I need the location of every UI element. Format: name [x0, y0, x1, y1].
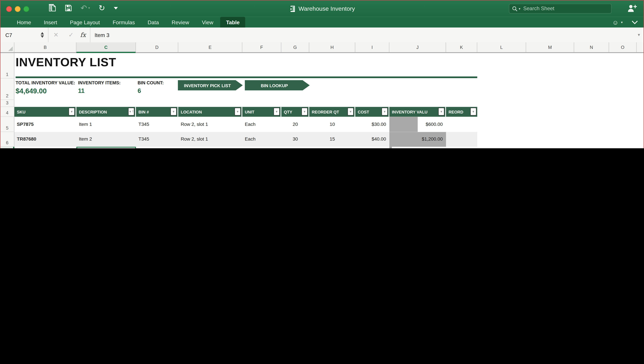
cell-unit[interactable]: Each — [242, 147, 281, 148]
cell-value[interactable]: $600.00 — [390, 117, 446, 132]
toolbar-options-icon[interactable] — [114, 7, 118, 9]
cell-reorder[interactable] — [446, 147, 477, 148]
row-header-3[interactable]: 3 — [0, 100, 14, 107]
ribbon-tab-review[interactable]: Review — [166, 17, 195, 28]
cell-qty[interactable]: 20 — [281, 117, 309, 132]
filter-dropdown-icon[interactable]: ▼ — [302, 108, 308, 116]
table-header-description[interactable]: DESCRIPTION▼↑ — [76, 107, 136, 117]
cell-description[interactable]: Item 2 — [76, 132, 136, 147]
redo-icon[interactable]: ↻ — [98, 4, 105, 12]
filter-dropdown-icon[interactable]: ▼ — [470, 108, 476, 116]
save-icon[interactable] — [65, 5, 72, 12]
column-header-D[interactable]: D — [136, 42, 178, 52]
table-header-reorder-qt[interactable]: REORDER QT▼ — [309, 107, 355, 117]
stat-value[interactable]: 11 — [78, 87, 121, 94]
column-header-H[interactable]: H — [309, 42, 355, 52]
nav-button-bin-lookup[interactable]: BIN LOOKUP — [245, 80, 310, 90]
cell-qty[interactable]: 30 — [281, 132, 309, 147]
name-box-stepper[interactable] — [41, 32, 44, 38]
stat-value[interactable]: $4,649.00 — [16, 87, 75, 95]
table-header-reord[interactable]: REORD▼ — [446, 107, 477, 117]
close-window-button[interactable] — [6, 6, 12, 12]
table-header-qty[interactable]: QTY▼ — [281, 107, 309, 117]
cell-location[interactable]: Row 2, slot 1 — [178, 117, 242, 132]
nav-button-inventory-pick-list[interactable]: INVENTORY PICK LIST — [178, 80, 243, 90]
search-sheet-input[interactable]: ▾ Search Sheet — [509, 4, 612, 14]
cell-bin[interactable]: T345 — [136, 117, 178, 132]
column-header-K[interactable]: K — [446, 42, 477, 52]
column-header-N[interactable]: N — [574, 42, 609, 52]
column-header-F[interactable]: F — [242, 42, 281, 52]
insert-function-icon[interactable]: fx — [80, 31, 86, 39]
accept-entry-icon[interactable]: ✓ — [68, 31, 74, 39]
cell-reorder[interactable] — [446, 117, 477, 132]
stat-label[interactable]: INVENTORY ITEMS: — [78, 80, 121, 85]
ribbon-tab-formulas[interactable]: Formulas — [107, 17, 140, 28]
filter-dropdown-icon[interactable]: ▼ — [438, 108, 444, 116]
minimize-window-button[interactable] — [15, 6, 20, 12]
cell-cost[interactable]: $40.00 — [355, 132, 390, 147]
cell-reorder[interactable] — [446, 132, 477, 147]
filter-dropdown-icon[interactable]: ▼ — [382, 108, 388, 116]
filter-dropdown-icon[interactable]: ▼ — [274, 108, 280, 116]
stat-label[interactable]: BIN COUNT: — [138, 80, 164, 85]
ribbon-tab-view[interactable]: View — [196, 17, 219, 28]
ribbon-tab-table[interactable]: Table — [220, 17, 246, 28]
undo-icon[interactable]: ↶▾ — [80, 4, 90, 12]
table-header-cost[interactable]: COST▼ — [355, 107, 390, 117]
ribbon-tab-insert[interactable]: Insert — [38, 17, 63, 28]
column-header-G[interactable]: G — [281, 42, 309, 52]
table-header-unit[interactable]: UNIT▼ — [242, 107, 281, 117]
stat-value[interactable]: 6 — [138, 87, 164, 94]
table-header-inventory-valu[interactable]: INVENTORY VALU▼ — [390, 107, 446, 117]
filter-dropdown-icon[interactable]: ▼ — [68, 108, 75, 116]
column-header-I[interactable]: I — [355, 42, 390, 52]
table-header-location[interactable]: LOCATION▼ — [178, 107, 242, 117]
row-header-2[interactable]: 2 — [0, 79, 14, 100]
column-header-E[interactable]: E — [178, 42, 242, 52]
collapse-ribbon-chevron-icon[interactable] — [632, 21, 638, 24]
column-header-C[interactable]: C — [76, 42, 136, 52]
cell-sku[interactable]: SP7875 — [14, 117, 76, 132]
formula-bar-content[interactable]: Item 3 — [94, 32, 637, 38]
row-header-4[interactable]: 4 — [0, 107, 14, 117]
cell-qty[interactable]: 10 — [281, 147, 309, 148]
cell-cost[interactable]: $5.00 — [355, 147, 390, 148]
feedback-smiley-icon[interactable]: ☺▾ — [612, 19, 622, 26]
filter-dropdown-icon[interactable]: ▼↑ — [128, 108, 134, 116]
cell-location[interactable]: Row 2, slot 1 — [178, 132, 242, 147]
column-header-L[interactable]: L — [477, 42, 526, 52]
cell-bin[interactable]: T5789 — [136, 147, 178, 148]
row-header-7[interactable]: 7 — [0, 147, 14, 148]
table-header-sku[interactable]: SKU▼ — [14, 107, 76, 117]
row-header-5[interactable]: 5 — [0, 117, 14, 132]
row-header-1[interactable]: 1 — [0, 53, 14, 79]
row-header-6[interactable]: 6 — [0, 132, 14, 147]
cell-value[interactable]: $1,200.00 — [390, 132, 446, 147]
formula-bar-expand-icon[interactable]: ▼ — [637, 33, 641, 37]
cell-unit[interactable]: Each — [242, 132, 281, 147]
cancel-entry-icon[interactable]: ✕ — [53, 31, 58, 39]
new-workbook-icon[interactable] — [49, 4, 56, 12]
cell-bin[interactable]: T345 — [136, 132, 178, 147]
column-header-O[interactable]: O — [609, 42, 637, 52]
search-scope-chevron-icon[interactable]: ▾ — [519, 7, 520, 11]
ribbon-tab-home[interactable]: Home — [11, 17, 37, 28]
ribbon-tab-page-layout[interactable]: Page Layout — [64, 17, 106, 28]
cell-sku[interactable]: MK676554 — [14, 147, 76, 148]
column-header-J[interactable]: J — [390, 42, 446, 52]
select-all-corner[interactable] — [0, 42, 14, 52]
table-header-bin-[interactable]: BIN #▼ — [136, 107, 178, 117]
filter-dropdown-icon[interactable]: ▼ — [348, 108, 354, 116]
stat-label[interactable]: TOTAL INVENTORY VALUE: — [16, 80, 75, 85]
cell-location[interactable]: Row 1, slot 1 — [178, 147, 242, 148]
filter-dropdown-icon[interactable]: ▼ — [170, 108, 177, 116]
share-person-add-icon[interactable] — [627, 4, 637, 13]
cell-sku[interactable]: TR87680 — [14, 132, 76, 147]
cell-value[interactable]: $50.00 — [390, 147, 446, 148]
ribbon-tab-data[interactable]: Data — [142, 17, 165, 28]
column-header-M[interactable]: M — [526, 42, 574, 52]
cell-reorder_qty[interactable]: 10 — [309, 117, 355, 132]
zoom-window-button[interactable] — [24, 6, 29, 12]
sheet-title-cell[interactable]: INVENTORY LIST — [16, 56, 116, 69]
